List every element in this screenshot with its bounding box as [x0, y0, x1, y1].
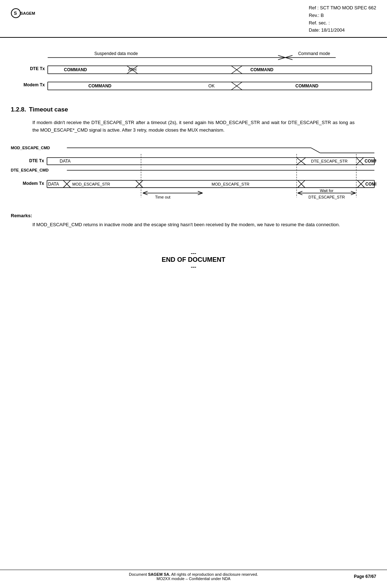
- footer-sagem: SAGEM SA.: [148, 572, 170, 576]
- section-heading: 1.2.8.Timeout case: [11, 106, 376, 113]
- diagram1-container: Suspended data mode Command mode DTE Tx: [11, 49, 376, 95]
- body-text: If modem didn't receive the DTE_ESCAPE_S…: [32, 119, 355, 134]
- svg-line-4: [278, 55, 285, 58]
- eod-title: END OF DOCUMENT: [11, 256, 376, 264]
- dte-escape-str-below: DTE_ESCAPE_STR: [309, 195, 345, 199]
- modem-data: DATA: [48, 181, 59, 186]
- header-info: Ref : SCT TMO MOD SPEC 662 Rev.: B Ref. …: [309, 4, 376, 34]
- ref-line: Ref : SCT TMO MOD SPEC 662: [309, 4, 376, 12]
- ath-label: ATH: [128, 67, 136, 72]
- dte-cmd-diag2: COMMAND: [365, 159, 376, 164]
- command-mode-label: Command mode: [298, 51, 330, 56]
- svg-line-8: [285, 58, 293, 60]
- diagram2-svg: MOD_ESCAPE_CMD DTE Tx DATA: [11, 141, 376, 205]
- dte-escape-cmd-label: DTE_ESCAPE_CMD: [11, 168, 49, 172]
- footer-text2: All rights of reproduction and disclosur…: [170, 572, 258, 576]
- footer: Document SAGEM SA. All rights of reprodu…: [0, 570, 387, 581]
- modem-tx-label-diag2: Modem Tx: [23, 181, 44, 186]
- section-title: Timeout case: [29, 106, 68, 113]
- end-of-document: --- END OF DOCUMENT ---: [11, 250, 376, 270]
- svg-line-24: [311, 148, 320, 153]
- remarks-text: If MOD_ESCAPE_CMD returns in inactive mo…: [32, 221, 355, 229]
- time-out-label: Time out: [155, 195, 171, 199]
- footer-text1: Document: [129, 572, 148, 576]
- page: S SAGEM Ref : SCT TMO MOD SPEC 662 Rev.:…: [0, 0, 387, 588]
- modem-cmd-diag2: COMMAND: [365, 181, 376, 186]
- diagram2-container: MOD_ESCAPE_CMD DTE Tx DATA: [11, 141, 376, 206]
- svg-text:S: S: [14, 11, 17, 16]
- footer-text3: MO2XX module – Confidential under NDA: [157, 576, 230, 581]
- modem-cmd1: COMMAND: [89, 83, 112, 88]
- dashes1: ---: [11, 250, 376, 256]
- svg-line-7: [285, 55, 293, 58]
- header: S SAGEM Ref : SCT TMO MOD SPEC 662 Rev.:…: [0, 0, 387, 38]
- dte-cmd1: COMMAND: [64, 67, 87, 72]
- modem-escape2: MOD_ESCAPE_STR: [212, 182, 249, 186]
- ref-sec-line: Ref. sec. :: [309, 19, 376, 27]
- dte-cmd2: COMMAND: [251, 67, 274, 72]
- diagram1-svg: Suspended data mode Command mode DTE Tx: [11, 49, 376, 95]
- footer-center: Document SAGEM SA. All rights of reprodu…: [0, 572, 387, 581]
- dte-tx-label-diag1: DTE Tx: [30, 66, 45, 71]
- content-area: Suspended data mode Command mode DTE Tx: [0, 38, 387, 291]
- rev-line: Rev.: B: [309, 12, 376, 19]
- mod-escape-cmd-label: MOD_ESCAPE_CMD: [11, 146, 50, 150]
- dte-escape-str: DTE_ESCAPE_STR: [311, 159, 347, 163]
- svg-text:SAGEM: SAGEM: [21, 11, 35, 15]
- dashes2: ---: [11, 264, 376, 270]
- suspended-label: Suspended data mode: [94, 51, 138, 56]
- section-number: 1.2.8.: [11, 106, 26, 113]
- modem-escape1: MOD_ESCAPE_STR: [72, 182, 110, 186]
- modem-cmd2: COMMAND: [296, 83, 319, 88]
- dte-data-label: DATA: [60, 159, 71, 164]
- remarks-heading: Remarks:: [11, 213, 376, 218]
- ok-label: OK: [208, 83, 215, 88]
- date-line: Date: 18/11/2004: [309, 27, 376, 34]
- sagem-logo: S SAGEM: [11, 4, 40, 23]
- wait-for-label: Wait for: [320, 188, 333, 192]
- logo-svg: S SAGEM: [11, 4, 36, 22]
- modem-tx-label-diag1: Modem Tx: [23, 82, 45, 87]
- footer-page: Page 67/67: [354, 574, 376, 579]
- dte-tx-label-diag2: DTE Tx: [29, 158, 44, 163]
- svg-line-5: [278, 58, 285, 60]
